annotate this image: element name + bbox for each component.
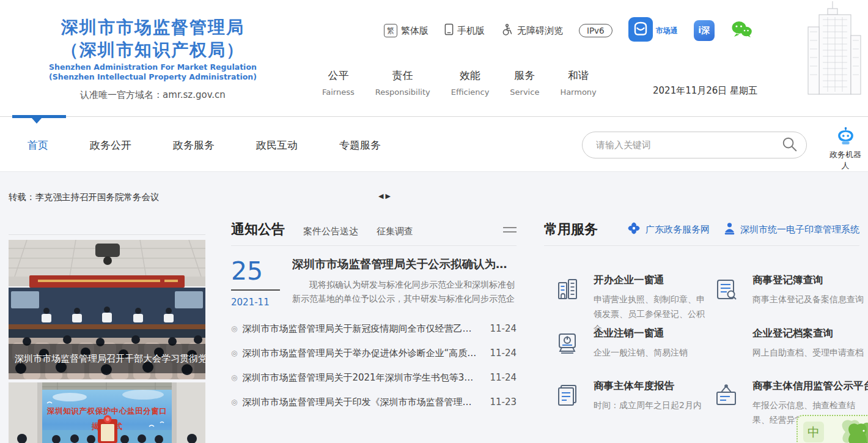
tab-case-announcements[interactable]: 案件公告送达: [303, 226, 358, 237]
site-title-en: Shenzhen Administration For Market Regul…: [15, 62, 290, 82]
floating-green-widget[interactable]: 中: [796, 415, 868, 443]
mobile-version-link[interactable]: 手机版: [444, 23, 485, 38]
ticker-next-icon[interactable]: ▶: [385, 192, 392, 200]
robot-label: 政务机器人: [826, 149, 864, 171]
market-app-icon: [628, 17, 653, 44]
value-efficiency: 效能Efficiency: [451, 69, 490, 97]
site-logo[interactable]: 深圳市市场监督管理局 （深圳市知识产权局） Shenzhen Administr…: [15, 16, 290, 101]
carousel-divider: [9, 234, 205, 235]
ticker-prev-icon[interactable]: ◀: [378, 192, 385, 200]
building-icon: [553, 275, 581, 303]
nav-home[interactable]: 首页: [28, 138, 48, 152]
service-registry-search[interactable]: 商事登记簿查询 商事主体登记及备案信息查询: [712, 274, 864, 307]
gov-robot-widget[interactable]: 政务机器人: [826, 127, 864, 171]
green-widget-label: 中: [803, 422, 824, 442]
notice-item[interactable]: ◎ 深圳市市场监督管理局关于印发《深圳市市场监督管理局商... 11-23: [231, 390, 517, 414]
site-header: 深圳市市场监督管理局 （深圳市知识产权局） Shenzhen Administr…: [0, 0, 868, 116]
main-navigation: 首页 政务公开 政务服务 政民互动 专题服务 政务机器人: [0, 116, 868, 172]
search-icon[interactable]: [781, 136, 798, 155]
notice-item[interactable]: ◎ 深圳市市场监督管理局关于新冠疫情期间全市仅经营乙类非... 11-24: [231, 316, 517, 341]
nav-gov-info[interactable]: 政务公开: [90, 138, 131, 152]
nav-special-services[interactable]: 专题服务: [339, 138, 381, 152]
value-responsibility: 责任Responsibility: [375, 69, 430, 97]
featured-title[interactable]: 深圳市市场监督管理局关于公示拟确认为研发与标...: [292, 256, 517, 272]
bullet-icon: ◎: [231, 349, 237, 357]
tab-surveys[interactable]: 征集调查: [377, 226, 413, 237]
value-fairness: 公平Fairness: [322, 69, 355, 97]
search-input[interactable]: [595, 139, 781, 151]
service-annual-report[interactable]: 商事主体年度报告 时间：成立周年之日起2月内: [553, 379, 705, 412]
notice-list: ◎ 深圳市市场监督管理局关于新冠疫情期间全市仅经营乙类非... 11-24 ◎ …: [231, 316, 517, 414]
value-harmony: 和谐Harmony: [560, 69, 596, 97]
services-section: 常用服务 广东政务服务网: [544, 220, 859, 430]
featured-notice[interactable]: 25 2021-11 深圳市市场监督管理局关于公示拟确认为研发与标... 现将拟…: [231, 256, 517, 308]
i-shenzhen-app-icon[interactable]: i深: [694, 20, 715, 41]
bullet-icon: ◎: [231, 373, 237, 382]
slide-caption: 深圳市市场监督管理局召开干部大会学习贯彻党的十...: [9, 344, 205, 373]
featured-day: 25: [231, 258, 292, 285]
search-box[interactable]: [582, 132, 807, 158]
notice-item[interactable]: ◎ 深圳市市场监督管理局关于2021年深圳市学生书包等3类产... 11-24: [231, 365, 517, 390]
official-domain-note: 认准唯一官方域名：amr.sz.gov.cn: [15, 89, 290, 101]
guangdong-gov-service-link[interactable]: 广东政务服务网: [627, 221, 710, 238]
bullet-icon: ◎: [231, 398, 237, 406]
nav-interaction[interactable]: 政民互动: [256, 138, 298, 152]
report-document-icon: [553, 381, 581, 409]
notices-more-icon[interactable]: [503, 222, 517, 238]
services-divider: [544, 245, 859, 246]
ipv6-badge[interactable]: IPv6: [579, 24, 612, 37]
bullet-icon: ◎: [231, 324, 237, 333]
core-values: 公平Fairness 责任Responsibility 效能Efficiency…: [322, 69, 597, 97]
hanging-sign-icon: [712, 381, 740, 409]
current-date: 2021年11月26日 星期五: [653, 85, 757, 97]
wheelchair-icon: [501, 23, 513, 39]
news-ticker[interactable]: 转载：李克强主持召开国务院常务会议: [9, 192, 160, 203]
featured-date: 25 2021-11: [231, 256, 292, 308]
building-illustration: [801, 0, 868, 97]
svg-text:深圳知识产权保护中心盐田分窗口: 深圳知识产权保护中心盐田分窗口: [46, 406, 167, 415]
service-archive-search[interactable]: 企业登记档案查询 网上自助查档、受理申请查档: [712, 327, 864, 360]
ceremony-photo: 深圳知识产权保护中心盐田分窗口 揭牌仪式: [9, 382, 205, 443]
site-title-cn: 深圳市市场监督管理局 （深圳市知识产权局）: [15, 16, 290, 61]
nav-gov-services[interactable]: 政务服务: [173, 138, 215, 152]
services-grid: 开办企业一窗通 申请营业执照、刻制印章、申领发票、员工参保登记、公积金... 商…: [544, 252, 859, 430]
featured-date-rule: [231, 289, 280, 291]
document-search-icon: [712, 275, 740, 303]
service-deregistration[interactable]: 企业注销一窗通 企业一般注销、简易注销: [553, 327, 705, 360]
utility-bar: 繁 繁体版 手机版 无障碍浏览 IPv6 市场通 i深: [384, 17, 752, 44]
notices-divider: [231, 245, 517, 246]
traditional-chinese-icon: 繁: [384, 24, 397, 37]
ticker-arrows[interactable]: ◀▶: [378, 192, 392, 200]
carousel-slide-meeting[interactable]: 深圳市市场监督管理局召开干部大会学习贯彻党的十...: [9, 240, 205, 379]
seal-person-icon: [723, 222, 736, 237]
featured-summary: 现将拟确认为研发与标准化同步示范企业和深圳标准创新示范基地的单位予以公示，其中研…: [292, 278, 517, 306]
wechat-icon[interactable]: [730, 20, 752, 41]
notices-section: 通知公告 案件公告送达 征集调查 25 2021-11 深圳市市场监督管理局关于…: [231, 220, 517, 414]
active-tab-arrow: [32, 118, 42, 124]
notices-title: 通知公告: [231, 220, 285, 239]
carousel-slide-ceremony[interactable]: 深圳知识产权保护中心盐田分窗口 揭牌仪式: [9, 382, 205, 443]
services-title: 常用服务: [544, 220, 598, 239]
pinwheel-icon: [627, 221, 641, 238]
value-service: 服务Service: [510, 69, 539, 97]
featured-month: 2021-11: [231, 297, 292, 308]
robot-icon: [836, 136, 856, 148]
market-app-link[interactable]: 市场通: [628, 17, 678, 44]
power-terminal-icon: [553, 329, 581, 357]
e-seal-system-link[interactable]: 深圳市统一电子印章管理系统: [723, 221, 859, 238]
clover-leaves-icon: [827, 416, 868, 443]
traditional-chinese-link[interactable]: 繁 繁体版: [384, 24, 428, 37]
mobile-phone-icon: [444, 23, 454, 38]
accessibility-link[interactable]: 无障碍浏览: [501, 23, 563, 39]
notice-item[interactable]: ◎ 深圳市市场监督管理局关于举办促进体外诊断企业“高质量... 11-24: [231, 341, 517, 365]
